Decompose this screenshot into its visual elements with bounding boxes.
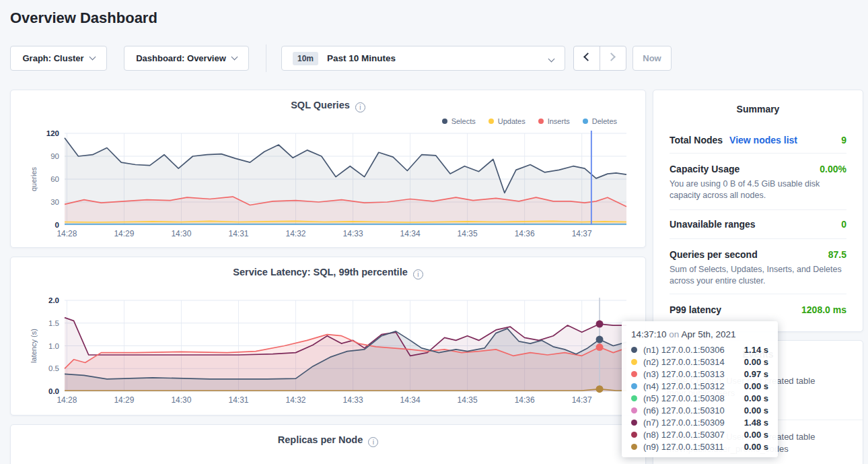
page-title: Overview Dashboard (10, 9, 157, 27)
info-icon[interactable] (368, 437, 378, 447)
capacity-usage-value: 0.00% (820, 164, 846, 174)
service-latency-card: Service Latency: SQL, 99th percentile 14… (10, 257, 646, 416)
view-nodes-list-link[interactable]: View nodes list (729, 135, 797, 145)
node-color-dot (631, 359, 637, 365)
toolbar-divider (266, 44, 266, 72)
p99-latency-value: 1208.0 ms (801, 304, 846, 315)
sql-queries-card: SQL Queries SelectsUpdatesInsertsDeletes… (10, 90, 646, 248)
svg-text:14:34: 14:34 (400, 229, 421, 238)
queries-per-second-label: Queries per second (670, 249, 758, 260)
tooltip-node-row: (n7) 127.0.0.1:503091.48 s (631, 416, 768, 428)
svg-text:14:37: 14:37 (572, 229, 592, 238)
svg-text:14:29: 14:29 (114, 395, 134, 405)
tooltip-node-address: (n7) 127.0.0.1:50309 (643, 418, 725, 428)
service-latency-chart[interactable]: 14:2814:2914:3014:3114:3214:3314:3414:35… (11, 257, 645, 415)
tooltip-node-address: (n8) 127.0.0.1:50307 (643, 430, 725, 440)
summary-row-total-nodes: Total Nodes View nodes list 9 (670, 114, 846, 154)
next-time-window-button[interactable] (600, 46, 626, 70)
tooltip-node-address: (n1) 127.0.0.1:50306 (643, 345, 725, 355)
graph-dropdown[interactable]: Graph: Cluster (10, 46, 107, 71)
summary-title: Summary (653, 90, 863, 114)
svg-text:14:35: 14:35 (458, 229, 478, 238)
time-window-label: Past 10 Minutes (327, 53, 396, 63)
time-window-dropdown[interactable]: 10m Past 10 Minutes (281, 46, 565, 71)
time-window-badge: 10m (293, 52, 318, 65)
node-color-dot (631, 383, 637, 389)
time-window-nav (573, 46, 626, 71)
svg-text:14:36: 14:36 (515, 395, 535, 405)
total-nodes-label: Total Nodes (670, 135, 723, 145)
node-color-dot (631, 420, 637, 426)
tooltip-node-row: (n5) 127.0.0.1:503080.00 s (631, 392, 768, 404)
tooltip-node-value: 0.00 s (744, 442, 768, 452)
svg-text:2.0: 2.0 (48, 296, 59, 304)
summary-panel: Summary Total Nodes View nodes list 9 Ca… (653, 90, 863, 332)
tooltip-node-row: (n4) 127.0.0.1:503120.00 s (631, 380, 768, 392)
tooltip-timestamp: 14:37:10 on Apr 5th, 2021 (631, 329, 768, 339)
tooltip-node-value: 0.00 s (744, 393, 768, 403)
node-color-dot (631, 407, 637, 413)
summary-row-capacity: Capacity Usage 0.00% You are using 0 B o… (670, 154, 846, 210)
tooltip-node-value: 0.00 s (744, 405, 768, 416)
tooltip-node-row: (n2) 127.0.0.1:503140.00 s (631, 356, 768, 368)
queries-per-second-description: Sum of Selects, Updates, Inserts, and De… (670, 264, 846, 287)
chevron-down-icon (231, 54, 238, 61)
tooltip-node-address: (n9) 127.0.0.1:50311 (643, 442, 724, 452)
tooltip-node-row: (n8) 127.0.0.1:503070.00 s (631, 428, 768, 440)
chevron-left-icon (583, 53, 592, 61)
svg-text:30: 30 (50, 198, 59, 206)
tooltip-node-row: (n9) 127.0.0.1:503110.00 s (631, 440, 768, 453)
node-color-dot (631, 432, 637, 438)
tooltip-node-value: 1.48 s (744, 418, 768, 428)
svg-text:14:34: 14:34 (400, 395, 421, 405)
capacity-usage-label: Capacity Usage (670, 164, 739, 174)
svg-text:14:28: 14:28 (57, 395, 77, 405)
tooltip-node-row: (n6) 127.0.0.1:503100.00 s (631, 404, 768, 416)
tooltip-node-value: 0.00 s (744, 430, 768, 440)
node-color-dot (631, 395, 637, 401)
chevron-right-icon (607, 53, 616, 61)
svg-text:1.5: 1.5 (48, 319, 59, 327)
capacity-usage-description: You are using 0 B of 4.5 GiB usable disk… (670, 178, 846, 201)
svg-text:0: 0 (55, 221, 59, 229)
summary-row-unavailable-ranges: Unavailable ranges 0 (670, 210, 846, 239)
svg-text:14:30: 14:30 (171, 395, 191, 405)
svg-text:14:33: 14:33 (343, 229, 363, 238)
tooltip-node-row: (n3) 127.0.0.1:503130.97 s (631, 368, 768, 380)
dashboard-dropdown[interactable]: Dashboard: Overview (124, 46, 249, 71)
svg-text:latency (s): latency (s) (30, 329, 38, 363)
chart-hover-tooltip: 14:37:10 on Apr 5th, 2021 (n1) 127.0.0.1… (622, 321, 778, 457)
svg-text:14:32: 14:32 (286, 229, 306, 238)
dashboard-dropdown-label: Dashboard: Overview (136, 53, 226, 63)
svg-text:14:31: 14:31 (228, 395, 248, 405)
tooltip-node-address: (n4) 127.0.0.1:50312 (643, 381, 725, 391)
svg-text:14:31: 14:31 (228, 229, 248, 238)
summary-row-queries-per-second: Queries per second 87.5 Sum of Selects, … (670, 239, 846, 294)
svg-text:14:37: 14:37 (572, 395, 592, 405)
previous-time-window-button[interactable] (574, 46, 600, 70)
sql-queries-chart[interactable]: 14:2814:2914:3014:3114:3214:3314:3414:35… (11, 90, 645, 247)
chevron-down-icon (89, 54, 96, 61)
tooltip-node-value: 0.00 s (744, 357, 768, 367)
svg-text:14:28: 14:28 (57, 229, 77, 238)
tooltip-node-address: (n3) 127.0.0.1:50313 (643, 369, 725, 379)
svg-text:14:33: 14:33 (343, 395, 363, 405)
svg-text:60: 60 (50, 175, 59, 183)
svg-text:14:35: 14:35 (458, 395, 478, 405)
graph-dropdown-label: Graph: Cluster (22, 53, 83, 63)
now-button[interactable]: Now (632, 46, 672, 71)
svg-text:14:29: 14:29 (114, 229, 134, 238)
svg-text:120: 120 (46, 129, 59, 137)
svg-text:14:36: 14:36 (515, 229, 535, 238)
svg-text:14:32: 14:32 (286, 395, 306, 405)
tooltip-node-address: (n6) 127.0.0.1:50310 (643, 405, 725, 416)
svg-text:1.0: 1.0 (48, 342, 59, 350)
tooltip-node-value: 1.14 s (744, 345, 768, 355)
svg-text:90: 90 (50, 152, 59, 160)
tooltip-node-row: (n1) 127.0.0.1:503061.14 s (631, 343, 768, 356)
svg-text:0.0: 0.0 (48, 387, 59, 395)
replicas-per-node-title: Replicas per Node (11, 434, 645, 447)
node-color-dot (631, 444, 637, 450)
svg-text:14:30: 14:30 (171, 229, 191, 238)
unavailable-ranges-label: Unavailable ranges (670, 219, 756, 230)
